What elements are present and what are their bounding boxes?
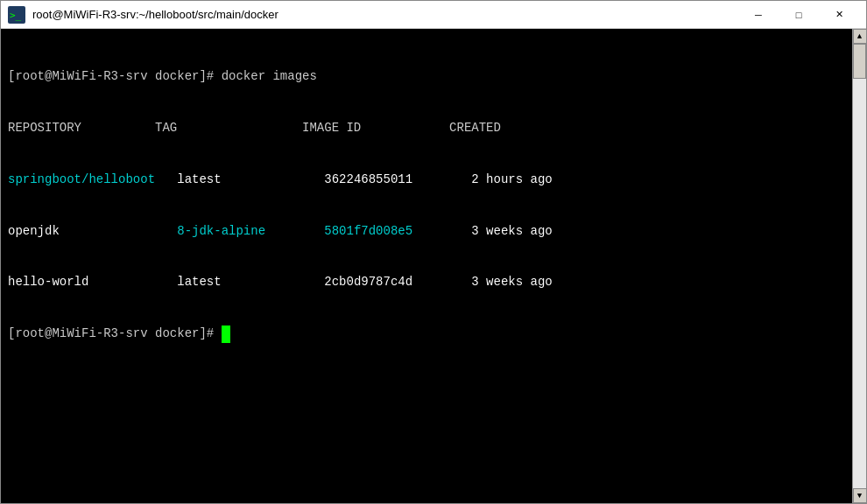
command-text: docker images xyxy=(222,68,317,86)
tag-3: latest xyxy=(177,274,324,291)
new-prompt: [root@MiWiFi-R3-srv docker]# xyxy=(8,326,222,343)
scroll-up-button[interactable]: ▲ xyxy=(853,29,867,44)
tag-1: latest xyxy=(177,172,324,189)
maximize-button[interactable]: □ xyxy=(779,1,819,29)
close-button[interactable]: ✕ xyxy=(819,1,859,29)
scrollbar-track[interactable] xyxy=(853,44,866,488)
titlebar: >_ root@MiWiFi-R3-srv:~/helloboot/src/ma… xyxy=(1,1,866,29)
scrollbar[interactable]: ▲ ▼ xyxy=(852,29,866,503)
repo-2: openjdk xyxy=(8,223,155,241)
window-title: root@MiWiFi-R3-srv:~/helloboot/src/main/… xyxy=(32,8,738,21)
tag-2: 8-jdk-alpine xyxy=(177,223,324,241)
created-2: 3 weeks ago xyxy=(471,223,552,241)
cursor xyxy=(222,326,230,343)
window-controls: ─ □ ✕ xyxy=(738,1,859,29)
repo-1: springboot/helloboot xyxy=(8,172,155,189)
id-3: 2cb0d9787c4d xyxy=(324,274,471,291)
header-tag: TAG xyxy=(155,120,302,137)
header-id: IMAGE ID xyxy=(302,120,449,137)
header-created: CREATED xyxy=(449,120,501,137)
terminal-window: >_ root@MiWiFi-R3-srv:~/helloboot/src/ma… xyxy=(0,0,867,504)
repo-3: hello-world xyxy=(8,274,155,291)
svg-text:>_: >_ xyxy=(10,10,22,21)
scrollbar-thumb[interactable] xyxy=(853,44,866,79)
table-row: hello-world latest 2cb0d9787c4d 3 weeks … xyxy=(8,274,845,291)
new-prompt-line: [root@MiWiFi-R3-srv docker]# xyxy=(8,326,845,343)
header-repo: REPOSITORY xyxy=(8,120,155,137)
app-icon: >_ xyxy=(8,6,25,24)
minimize-button[interactable]: ─ xyxy=(738,1,779,29)
scroll-down-button[interactable]: ▼ xyxy=(853,488,867,503)
created-1: 2 hours ago xyxy=(471,172,552,189)
prompt-text: [root@MiWiFi-R3-srv docker]# xyxy=(8,68,222,86)
terminal-content[interactable]: [root@MiWiFi-R3-srv docker]# docker imag… xyxy=(1,29,852,503)
header-line: REPOSITORY TAG IMAGE ID CREATED xyxy=(8,120,845,137)
id-2: 5801f7d008e5 xyxy=(324,223,471,241)
command-line: [root@MiWiFi-R3-srv docker]# docker imag… xyxy=(8,68,845,86)
table-row: openjdk 8-jdk-alpine 5801f7d008e5 3 week… xyxy=(8,223,845,241)
terminal-wrapper: [root@MiWiFi-R3-srv docker]# docker imag… xyxy=(1,29,866,503)
table-row: springboot/helloboot latest 362246855011… xyxy=(8,172,845,189)
id-1: 362246855011 xyxy=(324,172,471,189)
created-3: 3 weeks ago xyxy=(471,274,552,291)
